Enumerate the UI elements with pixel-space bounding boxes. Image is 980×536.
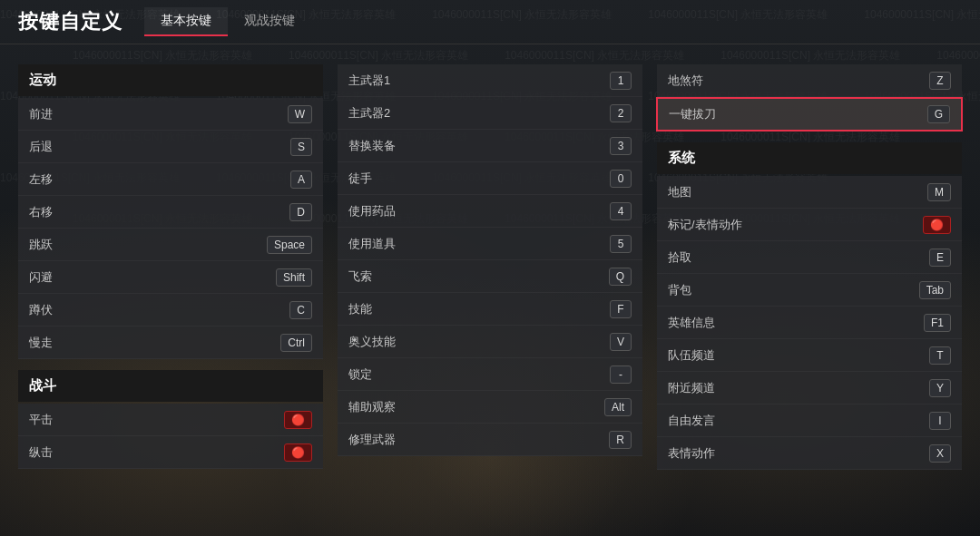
row-special-skill[interactable]: 奥义技能 V xyxy=(338,326,642,358)
row-emote[interactable]: 表情动作 X xyxy=(657,437,962,470)
row-left[interactable]: 左移 A xyxy=(18,163,323,196)
row-map[interactable]: 地图 M xyxy=(657,176,962,209)
row-swap-equip[interactable]: 替换装备 3 xyxy=(338,130,642,162)
section-header-movement: 运动 xyxy=(18,64,323,96)
row-team-channel[interactable]: 队伍频道 T xyxy=(657,339,962,372)
tab-bar: 基本按键 观战按键 xyxy=(144,7,311,36)
row-nearby-channel[interactable]: 附近频道 Y xyxy=(657,372,962,404)
section-header-system: 系统 xyxy=(657,142,962,174)
row-lock[interactable]: 锁定 - xyxy=(338,358,642,391)
row-pickup[interactable]: 拾取 E xyxy=(657,241,962,274)
row-weapon1[interactable]: 主武器1 1 xyxy=(338,64,642,97)
row-forward[interactable]: 前进 W xyxy=(18,98,323,131)
row-use-tool[interactable]: 使用道具 5 xyxy=(338,228,642,260)
section-gap-right xyxy=(657,132,962,142)
row-backward[interactable]: 后退 S xyxy=(18,131,323,163)
row-repair-weapon[interactable]: 修理武器 R xyxy=(338,424,642,456)
row-hero-info[interactable]: 英雄信息 F1 xyxy=(657,307,962,339)
row-crouch[interactable]: 蹲伏 C xyxy=(18,294,323,326)
section-gap-1 xyxy=(18,359,323,370)
tab-watch[interactable]: 观战按键 xyxy=(228,7,311,36)
column-left: 运动 前进 W 后退 S 左移 A 右移 D 跳跃 Space 闪避 Shift… xyxy=(18,64,323,521)
row-backpack[interactable]: 背包 Tab xyxy=(657,274,962,307)
row-quick-draw[interactable]: 一键拔刀 G xyxy=(656,97,963,132)
tab-basic[interactable]: 基本按键 xyxy=(144,7,228,36)
row-jump[interactable]: 跳跃 Space xyxy=(18,229,323,261)
row-walk[interactable]: 慢走 Ctrl xyxy=(18,326,323,359)
header-divider xyxy=(0,44,980,44)
row-unarmed[interactable]: 徒手 0 xyxy=(338,162,642,195)
row-light-attack[interactable]: 平击 🔴 xyxy=(18,404,323,436)
row-dodge[interactable]: 闪避 Shift xyxy=(18,261,323,294)
page-title: 按键自定义 xyxy=(18,8,122,35)
row-heavy-attack[interactable]: 纵击 🔴 xyxy=(18,436,323,469)
header: 按键自定义 基本按键 观战按键 xyxy=(0,0,980,44)
row-skill[interactable]: 技能 F xyxy=(338,293,642,326)
row-assist-observe[interactable]: 辅助观察 Alt xyxy=(338,391,642,424)
row-weapon2[interactable]: 主武器2 2 xyxy=(338,97,642,130)
column-middle: 主武器1 1 主武器2 2 替换装备 3 徒手 0 使用药品 4 使用道具 5 … xyxy=(338,64,642,521)
section-header-combat: 战斗 xyxy=(18,370,323,402)
row-grapple[interactable]: 飞索 Q xyxy=(338,260,642,293)
column-right: 地煞符 Z 一键拔刀 G 系统 地图 M 标记/表情动作 🔴 拾取 E 背包 T… xyxy=(657,64,962,521)
row-free-talk[interactable]: 自由发言 I xyxy=(657,404,962,437)
main-content: 运动 前进 W 后退 S 左移 A 右移 D 跳跃 Space 闪避 Shift… xyxy=(0,50,980,536)
row-use-medicine[interactable]: 使用药品 4 xyxy=(338,195,642,228)
row-mark-emote[interactable]: 标记/表情动作 🔴 xyxy=(657,209,962,241)
row-right[interactable]: 右移 D xyxy=(18,196,323,229)
row-ground-talisman[interactable]: 地煞符 Z xyxy=(657,64,962,97)
